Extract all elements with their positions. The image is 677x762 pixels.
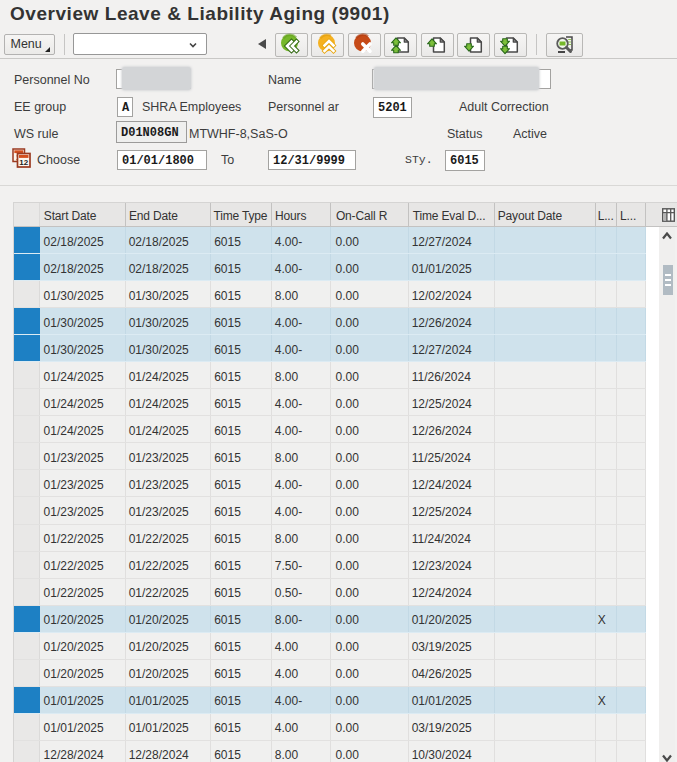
svg-text:12: 12 bbox=[19, 158, 28, 167]
